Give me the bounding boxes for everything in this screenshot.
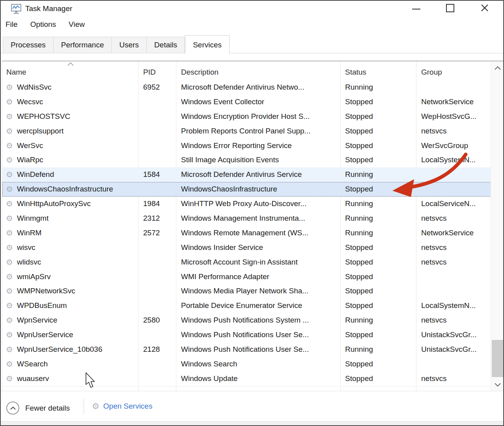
table-row[interactable]: ⚙WecsvcWindows Event CollectorStoppedNet… — [2, 95, 491, 109]
service-name: WMPNetworkSvc — [17, 284, 75, 298]
service-description: Windows Insider Service — [181, 240, 263, 255]
table-row[interactable]: ⚙WinHttpAutoProxySvc1984WinHTTP Web Prox… — [2, 197, 491, 211]
fewer-details-label: Fewer details — [25, 404, 70, 413]
table-row[interactable]: ⚙WiaRpcStill Image Acquisition EventsSto… — [2, 153, 491, 167]
service-pid: 2128 — [143, 342, 160, 357]
table-row[interactable]: ⚙WpnService2580Windows Push Notification… — [2, 313, 491, 328]
service-description: Problem Reports Control Panel Supp... — [181, 124, 310, 139]
service-name: wlidsvc — [17, 255, 41, 270]
service-name: WSearch — [17, 357, 48, 372]
tab-processes[interactable]: Processes — [3, 37, 54, 53]
maximize-button[interactable] — [439, 1, 461, 15]
service-status: Stopped — [345, 124, 373, 139]
service-group: UnistackSvcGr... — [421, 342, 476, 357]
service-description: Windows Encryption Provider Host S... — [181, 109, 310, 124]
service-status: Stopped — [345, 270, 373, 284]
table-row[interactable]: ⚙WindowsChaosInfrastructureWindowsChaosI… — [2, 182, 491, 197]
menu-item-view[interactable]: View — [69, 20, 85, 29]
close-button[interactable] — [473, 1, 496, 15]
service-status: Stopped — [345, 284, 373, 298]
service-description: Windows Media Player Network Sha... — [181, 284, 308, 298]
table-row[interactable]: ⚙WSearchWindows SearchStopped — [2, 357, 491, 372]
service-name: wmiApSrv — [17, 270, 51, 284]
tab-users[interactable]: Users — [112, 37, 147, 53]
service-status: Stopped — [345, 372, 373, 386]
service-group: netsvcs — [421, 372, 446, 386]
gear-icon: ⚙ — [6, 124, 13, 139]
table-row[interactable]: ⚙WEPHOSTSVCWindows Encryption Provider H… — [2, 109, 491, 124]
table-row[interactable]: ⚙WpnUserServiceWindows Push Notification… — [2, 328, 491, 342]
gear-icon: ⚙ — [6, 167, 13, 182]
menu-item-file[interactable]: File — [6, 20, 18, 29]
service-name: Wecsvc — [17, 95, 43, 109]
table-row[interactable]: ⚙WinDefend1584Microsoft Defender Antivir… — [2, 167, 491, 182]
service-description: Still Image Acquisition Events — [181, 153, 279, 167]
gear-icon: ⚙ — [6, 153, 13, 167]
gear-icon: ⚙ — [6, 372, 13, 386]
fewer-details-button[interactable]: Fewer details — [6, 402, 70, 415]
scroll-down-button[interactable] — [491, 378, 504, 391]
service-description: Windows Push Notifications User Se... — [181, 342, 309, 357]
table-row[interactable]: ⚙WerSvcWindows Error Reporting ServiceSt… — [2, 139, 491, 153]
window-title: Task Manager — [25, 4, 72, 13]
gear-icon: ⚙ — [6, 197, 13, 211]
service-status: Running — [345, 211, 373, 226]
column-header-status[interactable]: Status — [345, 61, 366, 80]
service-description: Microsoft Defender Antivirus Netwo... — [181, 80, 304, 95]
column-header-pid[interactable]: PID — [143, 61, 156, 80]
column-header-label: Description — [181, 68, 218, 76]
table-row[interactable]: ⚙Winmgmt2312Windows Management Instrumen… — [2, 211, 491, 226]
service-status: Stopped — [345, 139, 373, 153]
service-name: WpnUserService — [17, 328, 73, 342]
table-row[interactable]: ⚙wuauservWindows UpdateStoppednetsvcs — [2, 372, 491, 386]
services-table: Name PID Description Status Group ⚙WdNis… — [2, 61, 504, 391]
scrollbar-thumb[interactable] — [492, 340, 503, 377]
column-header-name[interactable]: Name — [6, 61, 26, 80]
gear-icon: ⚙ — [92, 402, 99, 411]
service-pid: 1984 — [143, 197, 160, 211]
open-services-button[interactable]: ⚙ Open Services — [92, 402, 152, 411]
tab-services[interactable]: Services — [185, 35, 230, 54]
vertical-scrollbar[interactable] — [491, 61, 504, 391]
scroll-up-button[interactable] — [491, 61, 504, 75]
service-name: WindowsChaosInfrastructure — [17, 182, 113, 197]
table-row[interactable]: ⚙wmiApSrvWMI Performance AdapterStopped — [2, 270, 491, 284]
gear-icon: ⚙ — [6, 226, 13, 240]
table-row[interactable]: ⚙wisvcWindows Insider ServiceStoppednets… — [2, 240, 491, 255]
service-name: WinHttpAutoProxySvc — [17, 197, 91, 211]
menubar: FileOptionsView — [6, 20, 85, 29]
table-row[interactable]: ⚙wercplsupportProblem Reports Control Pa… — [2, 124, 491, 139]
column-header-group[interactable]: Group — [421, 61, 442, 80]
service-name: WEPHOSTSVC — [17, 109, 70, 124]
table-row[interactable]: ⚙WinRM2572Windows Remote Management (WS.… — [2, 226, 491, 240]
gear-icon: ⚙ — [6, 211, 13, 226]
table-row[interactable]: ⚙WpnUserService_10b0362128Windows Push N… — [2, 342, 491, 357]
service-group: WerSvcGroup — [421, 139, 468, 153]
table-row[interactable]: ⚙WdNisSvc6952Microsoft Defender Antiviru… — [2, 80, 491, 95]
service-status: Stopped — [345, 109, 373, 124]
column-header-description[interactable]: Description — [181, 61, 218, 80]
maximize-icon — [446, 4, 454, 12]
service-status: Running — [345, 342, 373, 357]
service-name: WdNisSvc — [17, 80, 52, 95]
tab-details[interactable]: Details — [147, 37, 185, 53]
service-group: netsvcs — [421, 313, 446, 328]
chevron-up-circle-icon — [6, 402, 19, 415]
service-description: Windows Search — [181, 357, 237, 372]
table-row[interactable]: ⚙WMPNetworkSvcWindows Media Player Netwo… — [2, 284, 491, 298]
service-status: Running — [345, 167, 373, 182]
service-name: wercplsupport — [17, 124, 63, 139]
service-pid: 2572 — [143, 226, 160, 240]
table-row[interactable]: ⚙wlidsvcMicrosoft Account Sign-in Assist… — [2, 255, 491, 270]
service-group: netsvcs — [421, 255, 446, 270]
service-description: WMI Performance Adapter — [181, 270, 269, 284]
service-group: UnistackSvcGr... — [421, 328, 476, 342]
service-group: netsvcs — [421, 240, 446, 255]
close-icon — [481, 4, 489, 12]
tab-performance[interactable]: Performance — [54, 37, 112, 53]
table-row[interactable]: ⚙WPDBusEnumPortable Device Enumerator Se… — [2, 298, 491, 313]
service-pid: 2312 — [143, 211, 160, 226]
service-group: LocalSystemN... — [421, 153, 476, 167]
menu-item-options[interactable]: Options — [30, 20, 56, 29]
minimize-button[interactable] — [405, 1, 427, 15]
